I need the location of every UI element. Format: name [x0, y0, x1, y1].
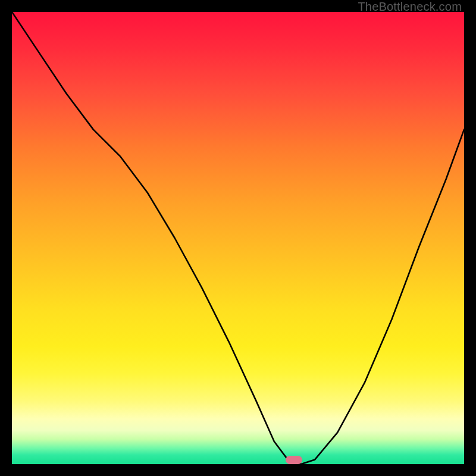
optimal-point-marker — [286, 456, 302, 464]
line-chart-svg — [12, 12, 464, 464]
chart-frame: TheBottleneck.com — [0, 0, 476, 476]
plot-area — [12, 12, 464, 464]
bottleneck-curve-path — [12, 12, 464, 464]
